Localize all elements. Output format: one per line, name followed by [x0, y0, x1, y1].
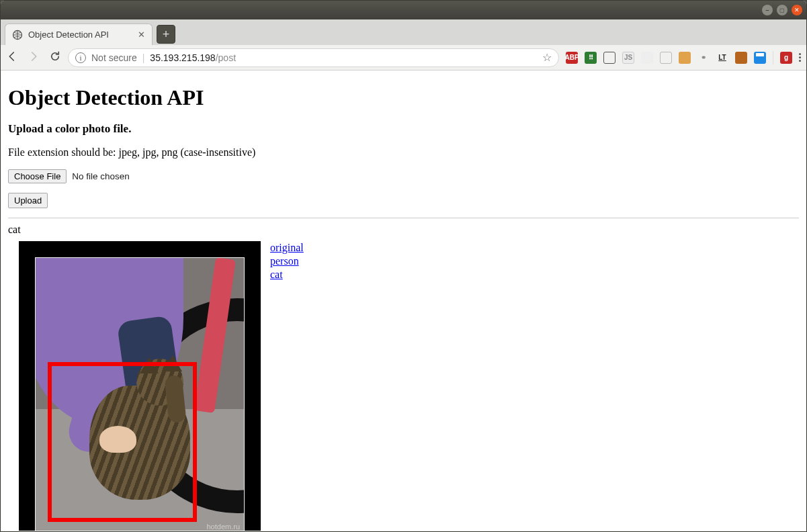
extension-icon[interactable]: ⚭: [697, 52, 710, 64]
bookmark-star-icon[interactable]: ☆: [542, 51, 552, 64]
browser-window: Object Detection API ✕ + i Not secure | …: [0, 0, 807, 532]
link-original[interactable]: original: [270, 241, 304, 255]
window-minimize-button[interactable]: [762, 5, 773, 15]
detection-links: original person cat: [270, 241, 304, 281]
result-image: hotdem.ru: [19, 241, 261, 531]
extension-icon[interactable]: [603, 52, 615, 64]
separator: |: [142, 52, 145, 63]
security-status: Not secure: [91, 52, 137, 63]
separator: [773, 51, 773, 64]
adblock-icon[interactable]: ABP: [566, 52, 578, 64]
page-content: Object Detection API Upload a color phot…: [1, 71, 806, 531]
forward-button[interactable]: [28, 50, 40, 65]
extension-icon[interactable]: [660, 52, 672, 64]
extension-icons: ABP ⠿ JS ⚭ LT g: [566, 51, 801, 64]
browser-toolbar: i Not secure | 35.193.215.198/post ☆ ABP…: [1, 45, 806, 71]
browser-tab[interactable]: Object Detection API ✕: [5, 24, 153, 45]
page-viewport[interactable]: Object Detection API Upload a color phot…: [1, 71, 806, 531]
extension-icon[interactable]: [754, 52, 766, 64]
divider: [8, 218, 799, 218]
back-button[interactable]: [6, 50, 18, 65]
image-watermark: hotdem.ru: [206, 523, 240, 531]
tab-strip: Object Detection API ✕ +: [1, 19, 806, 45]
site-info-icon[interactable]: i: [75, 52, 86, 63]
window-maximize-button[interactable]: [777, 5, 788, 15]
window-titlebar: [1, 1, 806, 19]
file-chosen-status: No file chosen: [72, 171, 130, 181]
browser-menu-button[interactable]: [799, 53, 801, 62]
link-cat[interactable]: cat: [270, 268, 304, 281]
extension-icon[interactable]: [735, 52, 747, 64]
reload-button[interactable]: [49, 50, 61, 65]
detection-label: cat: [8, 224, 799, 236]
file-input-row: Choose File No file chosen: [8, 169, 799, 183]
extension-icon[interactable]: JS: [622, 52, 634, 64]
choose-file-button[interactable]: Choose File: [8, 169, 67, 183]
extension-icon[interactable]: [641, 52, 653, 64]
page-title: Object Detection API: [8, 85, 799, 110]
file-extension-hint: File extension should be: jpeg, jpg, png…: [8, 146, 799, 159]
upload-button[interactable]: Upload: [8, 193, 48, 208]
extension-icon[interactable]: LT: [716, 52, 728, 64]
address-bar[interactable]: i Not secure | 35.193.215.198/post ☆: [68, 48, 559, 67]
result-row: hotdem.ru original person cat: [8, 241, 799, 531]
window-close-button[interactable]: [792, 5, 802, 15]
extension-icon[interactable]: [679, 52, 691, 64]
extension-icon[interactable]: ⠿: [585, 52, 597, 64]
bounding-box-cat: [48, 362, 197, 522]
image-content: hotdem.ru: [35, 257, 245, 531]
globe-icon: [12, 30, 23, 40]
upload-heading: Upload a color photo file.: [8, 122, 799, 136]
url-path: /post: [216, 52, 236, 63]
new-tab-button[interactable]: +: [157, 25, 175, 44]
tab-title: Object Detection API: [28, 30, 132, 40]
profile-avatar[interactable]: g: [780, 52, 792, 64]
link-person[interactable]: person: [270, 255, 304, 268]
url-host: 35.193.215.198: [150, 52, 215, 63]
tab-close-icon[interactable]: ✕: [138, 30, 145, 40]
